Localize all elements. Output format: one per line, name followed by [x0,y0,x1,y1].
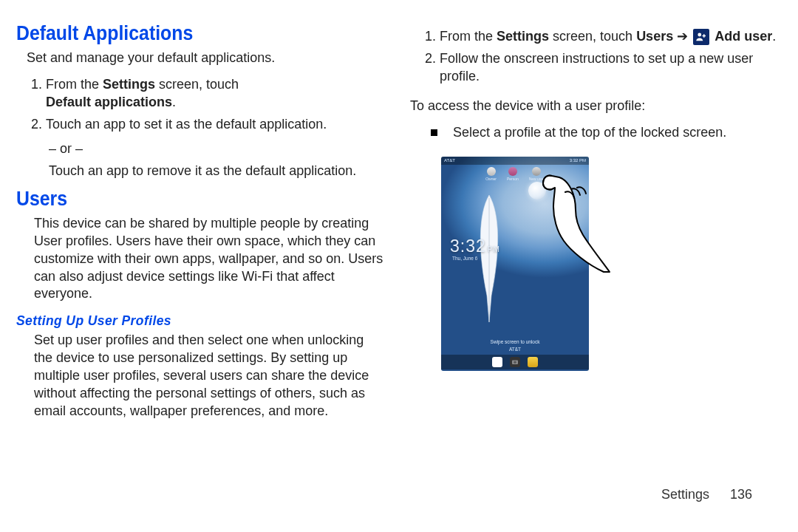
profile-person: Person [507,167,519,181]
profile-owner: Owner [485,167,497,181]
avatar-icon [508,167,517,176]
clock-ampm: PM [488,245,500,253]
profile-label: Owner [485,177,497,181]
footer-section: Settings [661,487,709,502]
footer-page-number: 136 [730,487,752,502]
step-bold: Users [636,29,673,44]
step-item: Follow the onscreen instructions to set … [440,50,777,86]
step-text: From the [46,77,103,92]
step-text: Follow the onscreen instructions to set … [440,51,753,83]
step-bold: Settings [497,29,549,44]
default-applications-steps: From the Settings screen, touch Default … [30,72,383,138]
step-text: screen, touch [155,77,239,92]
step-text: From the [440,29,497,44]
users-intro: This device can be shared by multiple pe… [34,215,383,304]
step-text: Touch an app to set it as the default ap… [46,117,327,132]
step-text: screen, touch [549,29,636,44]
step-bold: Settings [103,77,155,92]
step-item: From the Settings screen, touch Users ➔ … [440,28,777,46]
avatar-icon [487,167,496,176]
device-screenshot-illustration: AT&T 3:32 PM Owner Person New user 3:32P… [441,157,589,371]
bullet-item: Select a profile at the top of the locke… [431,124,777,142]
hand-illustration [530,163,611,273]
google-icon: g [492,357,502,367]
lock-date: Thu, June 6 [452,256,477,261]
left-column: Default Applications Set and manage your… [16,22,401,519]
svg-point-0 [698,33,702,37]
step-item: Touch an app to set it as the default ap… [46,116,383,134]
lock-clock: 3:32PM [450,236,500,256]
or-separator: – or – [49,141,383,157]
step-item: From the Settings screen, touch Default … [46,76,383,112]
step-alternative: Touch an app to remove it as the default… [49,163,383,180]
svg-point-3 [514,361,516,363]
default-applications-intro: Set and manage your default applications… [27,50,383,67]
step-bold: Add user [715,29,772,44]
status-carrier: AT&T [444,158,455,163]
heading-setting-up-user-profiles: Setting Up User Profiles [16,313,383,329]
step-bold: Default applications [46,95,172,109]
camera-icon [510,357,520,367]
setup-profiles-intro: Set up user profiles and then select one… [34,332,383,420]
page-footer: Settings136 [661,487,752,502]
arrow-icon: ➔ [673,29,692,44]
clock-value: 3:32 [450,236,486,256]
right-column: From the Settings screen, touch Users ➔ … [401,22,777,519]
access-profile-bullets: Select a profile at the top of the locke… [431,121,777,145]
carrier-label: AT&T [441,347,589,352]
app-icon [528,357,538,367]
heading-default-applications: Default Applications [16,22,354,45]
access-profile-line: To access the device with a user profile… [410,98,777,115]
swipe-hint: Swipe screen to unlock [441,339,589,344]
profile-setup-steps: From the Settings screen, touch Users ➔ … [423,24,777,90]
manual-page: Default Applications Set and manage your… [0,0,798,532]
add-user-icon [693,29,709,45]
step-text: . [172,95,176,109]
heading-users: Users [16,188,354,211]
step-text: . [772,29,776,44]
profile-label: Person [507,177,519,181]
dock-bar: g [441,355,589,369]
